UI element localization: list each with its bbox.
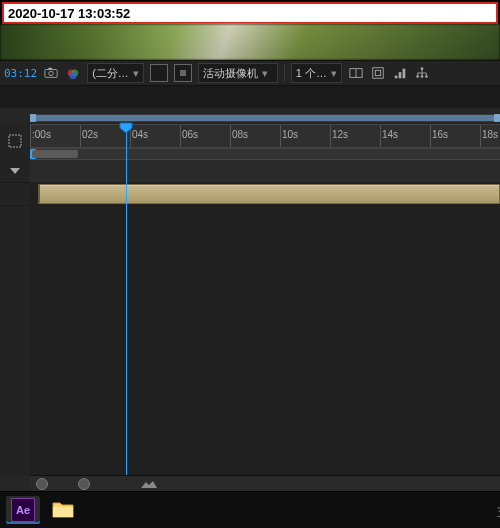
ruler-tick-label: 04s xyxy=(132,129,148,140)
ruler-tick-label: 10s xyxy=(282,129,298,140)
ruler-tick-label: 12s xyxy=(332,129,348,140)
ruler-tick xyxy=(180,125,181,147)
svg-rect-2 xyxy=(49,68,53,70)
chevron-down-icon: ▾ xyxy=(331,67,337,80)
chevron-down-icon: ▾ xyxy=(133,67,139,80)
snapshot-icon[interactable] xyxy=(43,65,59,81)
layer-row[interactable] xyxy=(30,182,500,204)
svg-rect-8 xyxy=(373,68,384,79)
ruler-tick-label: 06s xyxy=(182,129,198,140)
camera-label: 活动摄像机 xyxy=(203,66,258,81)
timeline-tracks[interactable] xyxy=(30,160,500,476)
zoom-slider-start[interactable] xyxy=(36,478,48,490)
ruler-tick xyxy=(380,125,381,147)
panel-gap xyxy=(0,86,500,108)
layer-switch-cell[interactable] xyxy=(0,160,30,183)
work-area-start-handle[interactable] xyxy=(30,114,36,122)
track-row-header xyxy=(30,160,500,182)
layer-clip[interactable] xyxy=(38,184,500,204)
svg-point-1 xyxy=(49,71,53,75)
ruler-tick xyxy=(230,125,231,147)
transparency-grid-toggle[interactable] xyxy=(150,64,168,82)
svg-rect-12 xyxy=(403,69,406,79)
timeline-left-column xyxy=(0,160,31,476)
ruler-tick xyxy=(30,125,31,147)
svg-rect-17 xyxy=(9,135,21,147)
layer-row-header[interactable] xyxy=(0,183,30,206)
expand-icon xyxy=(10,168,20,174)
after-effects-icon: Ae xyxy=(11,498,35,522)
ruler-tick-label: 18s xyxy=(482,129,498,140)
ruler-tick-label: :00s xyxy=(32,129,51,140)
toolbar-divider xyxy=(284,64,285,82)
timeline-zoom-controls xyxy=(30,475,500,492)
ruler-tick xyxy=(480,125,481,147)
pixel-aspect-icon[interactable] xyxy=(370,65,386,81)
resolution-label: (二分… xyxy=(92,66,129,81)
ruler-tick xyxy=(430,125,431,147)
time-navigator-thumb[interactable] xyxy=(32,150,78,158)
ruler-tick-label: 14s xyxy=(382,129,398,140)
work-area-bar[interactable] xyxy=(30,114,500,122)
time-navigator[interactable] xyxy=(30,148,500,160)
view-count-label: 1 个… xyxy=(296,66,327,81)
ruler-tick xyxy=(280,125,281,147)
work-area-end-handle[interactable] xyxy=(494,114,500,122)
svg-point-5 xyxy=(70,72,77,79)
current-time-indicator-line[interactable] xyxy=(126,124,127,476)
timestamp-overlay: 2020-10-17 13:03:52 xyxy=(2,2,498,24)
chevron-down-icon: ▾ xyxy=(262,67,268,80)
windows-taskbar: Ae 五 xyxy=(0,491,500,528)
taskbar-app-file-explorer[interactable] xyxy=(46,496,80,524)
taskbar-app-after-effects[interactable]: Ae xyxy=(6,496,40,524)
fast-preview-icon[interactable] xyxy=(392,65,408,81)
ruler-tick-label: 16s xyxy=(432,129,448,140)
timeline-left-header xyxy=(0,124,31,160)
ruler-tick-label: 08s xyxy=(232,129,248,140)
svg-rect-0 xyxy=(45,70,57,78)
ruler-tick xyxy=(330,125,331,147)
svg-rect-18 xyxy=(53,507,73,517)
svg-rect-9 xyxy=(375,70,380,75)
timestamp-text: 2020-10-17 13:03:52 xyxy=(8,6,130,21)
svg-rect-11 xyxy=(399,72,402,78)
ruler-tick xyxy=(80,125,81,147)
svg-rect-10 xyxy=(395,76,398,79)
zoom-to-fit-icon[interactable] xyxy=(140,480,158,488)
time-ruler[interactable]: :00s02s04s06s08s10s12s14s16s18s xyxy=(30,124,500,148)
composition-viewer[interactable] xyxy=(0,24,500,60)
viewer-timecode[interactable]: 03:12 xyxy=(4,67,37,80)
ruler-tick xyxy=(130,125,131,147)
zoom-slider-thumb[interactable] xyxy=(78,478,90,490)
channels-icon[interactable] xyxy=(65,65,81,81)
timeline-panel: :00s02s04s06s08s10s12s14s16s18s xyxy=(0,108,500,492)
view-layout-icon[interactable] xyxy=(348,65,364,81)
shy-icon[interactable] xyxy=(8,134,22,150)
region-of-interest-toggle[interactable] xyxy=(174,64,192,82)
camera-dropdown[interactable]: 活动摄像机 ▾ xyxy=(198,63,278,83)
viewer-toolbar: 03:12 (二分… ▾ 活动摄像机 ▾ 1 个… ▾ xyxy=(0,60,500,86)
folder-icon xyxy=(52,499,74,521)
resolution-dropdown[interactable]: (二分… ▾ xyxy=(87,63,144,83)
view-count-dropdown[interactable]: 1 个… ▾ xyxy=(291,63,342,83)
ruler-tick-label: 02s xyxy=(82,129,98,140)
flowchart-icon[interactable] xyxy=(414,65,430,81)
work-area-range[interactable] xyxy=(32,115,498,121)
